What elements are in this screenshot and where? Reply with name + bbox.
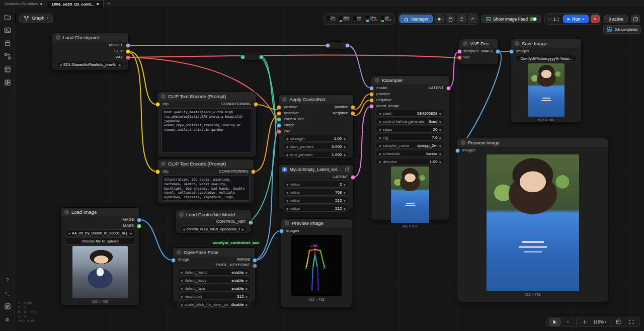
node-empty-latent-select[interactable]: MyLib-Empty_Latent_select3 LATENT ◀ valu… xyxy=(278,164,354,209)
terminal-icon[interactable]: >_ xyxy=(2,288,13,299)
increment-icon[interactable]: ▶ xyxy=(344,199,346,202)
active-jobs-badge[interactable]: 0 active xyxy=(604,15,628,23)
tool-options-chevron[interactable]: ▾ xyxy=(562,318,574,326)
input-slot-vae[interactable] xyxy=(457,55,462,60)
increment-icon[interactable]: ▶ xyxy=(246,295,248,298)
toggle-panel-button[interactable] xyxy=(631,15,640,23)
widget-value-0[interactable]: ◀ value 2 ▶ xyxy=(283,181,349,188)
fit-view-button[interactable] xyxy=(579,318,591,326)
combo-right-icon[interactable]: ▶ xyxy=(119,63,121,66)
reroute-controlnet[interactable] xyxy=(242,53,262,61)
input-slot-model[interactable] xyxy=(369,86,374,91)
node-vae-decode[interactable]: VAE Deco... samples IMAGE vae xyxy=(459,39,499,65)
collapse-dot[interactable] xyxy=(161,161,166,166)
collapse-dot[interactable] xyxy=(285,221,289,225)
clear-queue-button[interactable]: × xyxy=(591,15,600,23)
open-subgraph-icon[interactable] xyxy=(345,167,350,172)
decrement-icon[interactable]: ◀ xyxy=(378,144,381,147)
decrement-icon[interactable]: ◀ xyxy=(378,136,381,139)
widget-value-3[interactable]: ◀ value 512 ▶ xyxy=(283,205,349,212)
input-slot[interactable] xyxy=(326,43,330,48)
widget-scheduler[interactable]: ◀ scheduler karras ▶ xyxy=(375,150,445,157)
input-slot-positive[interactable] xyxy=(277,105,281,110)
increment-icon[interactable]: ▶ xyxy=(439,128,442,131)
link-image-preview[interactable] xyxy=(457,52,501,150)
increment-icon[interactable]: ▶ xyxy=(439,120,442,123)
increment-icon[interactable]: ▶ xyxy=(246,287,248,290)
widget-strength[interactable]: ◀ strength 1.00 ▶ xyxy=(283,135,349,142)
increment-icon[interactable]: ▶ xyxy=(246,279,248,282)
output-slot-control-net[interactable] xyxy=(249,220,253,225)
input-slot-images[interactable] xyxy=(279,229,284,233)
input-slot-control-net[interactable] xyxy=(277,117,281,122)
reroute-model[interactable] xyxy=(327,41,348,50)
widget-seed[interactable]: ◀ seed 584105828 ▶ xyxy=(375,110,445,117)
decrement-icon[interactable]: ◀ xyxy=(180,287,183,290)
widget-cfg[interactable]: ◀ cfg 7.0 ▶ xyxy=(375,134,445,141)
combo-left-icon[interactable]: ◀ xyxy=(183,227,185,231)
models-icon[interactable] xyxy=(2,38,13,49)
input-slot-image[interactable] xyxy=(277,123,281,128)
widget-denoise[interactable]: ◀ denoise 1.00 ▶ xyxy=(375,158,445,165)
collapse-dot[interactable] xyxy=(282,97,287,102)
decrement-icon[interactable]: ◀ xyxy=(378,120,381,123)
node-apply-controlnet[interactable]: Apply ControlNet positive positive negat… xyxy=(278,95,354,158)
increment-icon[interactable]: ▶ xyxy=(246,271,248,274)
node-load-checkpoint[interactable]: Load Checkpoint MODEL CLIP VAE ◀ SD1.5\b… xyxy=(52,33,129,70)
collapse-dot[interactable] xyxy=(461,140,465,145)
zoom-level-select[interactable]: 115%▾ xyxy=(592,318,608,326)
node-preview-main[interactable]: Preview Image images 512 × 768 xyxy=(457,138,608,302)
new-tab-button[interactable]: + xyxy=(104,0,115,8)
output-slot-conditioning[interactable] xyxy=(251,170,256,174)
link-clip-positive[interactable] xyxy=(129,51,157,105)
output-slot-negative[interactable] xyxy=(351,111,355,116)
input-slot[interactable] xyxy=(240,55,245,59)
node-canvas[interactable]: Load Checkpoint MODEL CLIP VAE ◀ SD1.5\b… xyxy=(0,0,644,331)
templates-icon[interactable] xyxy=(2,64,13,75)
job-completed-toast[interactable]: Job completed xyxy=(603,25,641,34)
decrement-icon[interactable]: ◀ xyxy=(286,199,288,202)
input-slot-vae[interactable] xyxy=(277,129,281,134)
logs-icon[interactable] xyxy=(2,301,13,312)
collapse-dot[interactable] xyxy=(515,41,519,46)
collapse-dot[interactable] xyxy=(177,250,181,255)
controlnet-model-combo[interactable]: ◀ control_v11p_sd15_openpose_f ... ▶ xyxy=(180,225,247,232)
decrement-icon[interactable]: ◀ xyxy=(378,152,381,155)
widget-start-percent[interactable]: ◀ start_percent 0.000 ▶ xyxy=(283,143,349,150)
increment-icon[interactable]: ▶ xyxy=(344,191,346,194)
input-slot-images[interactable] xyxy=(509,49,514,54)
output-slot-mask[interactable] xyxy=(137,224,141,228)
link-loadimage-pose[interactable] xyxy=(140,220,173,260)
minimap-button[interactable] xyxy=(612,318,624,326)
focus-mode-button[interactable] xyxy=(625,318,637,326)
output-slot-latent[interactable] xyxy=(351,175,355,180)
image-file-combo[interactable]: ◀ AA_05_try_00000_m_00001_m.j ... ▶ xyxy=(65,229,135,236)
decrement-icon[interactable]: ◀ xyxy=(286,183,288,186)
status-dot-button[interactable] xyxy=(435,15,444,23)
upload-button[interactable]: choose file to upload xyxy=(65,237,135,244)
queue-icon[interactable] xyxy=(2,77,13,88)
widget-scale-stick[interactable]: ◀ scale_stick_for_xinsr_cn disable ▶ xyxy=(177,301,251,308)
decrement-icon[interactable]: ◀ xyxy=(180,303,183,306)
collapse-dot[interactable] xyxy=(161,94,166,99)
collapse-dot[interactable] xyxy=(179,212,184,217)
nodes-icon[interactable] xyxy=(2,51,13,62)
decrement-icon[interactable]: ◀ xyxy=(378,160,381,163)
widget-detect-body[interactable]: ◀ detect_body enable ▶ xyxy=(177,277,251,284)
widget-sampler-name[interactable]: ◀ sampler_name dpmpp_2m ▶ xyxy=(375,142,445,149)
node-clip-encode-positive[interactable]: CLIP Text Encode (Prompt) clip CONDITION… xyxy=(157,92,257,157)
collapse-dot[interactable] xyxy=(56,35,60,40)
combo-right-icon[interactable]: ▶ xyxy=(130,231,132,235)
increment-icon[interactable]: ▶ xyxy=(344,145,346,148)
widget-value-1[interactable]: ◀ value 768 ▶ xyxy=(283,189,349,196)
output-slot-image[interactable] xyxy=(496,49,500,54)
decrement-icon[interactable]: ◀ xyxy=(180,295,183,298)
node-ksampler[interactable]: KSampler model LATENT positive negative … xyxy=(371,75,449,220)
decrement-icon[interactable]: ◀ xyxy=(286,137,288,140)
filename-prefix-field[interactable]: ComfyUI/%date:yyyy%-%dat... xyxy=(515,55,577,62)
output-slot-image[interactable] xyxy=(137,218,141,222)
link-controlnet-in[interactable] xyxy=(261,56,278,122)
decrement-icon[interactable]: ◀ xyxy=(286,207,288,210)
widget-detect-hand[interactable]: ◀ detect_hand enable ▶ xyxy=(177,269,251,276)
output-slot-vae[interactable] xyxy=(126,55,130,60)
